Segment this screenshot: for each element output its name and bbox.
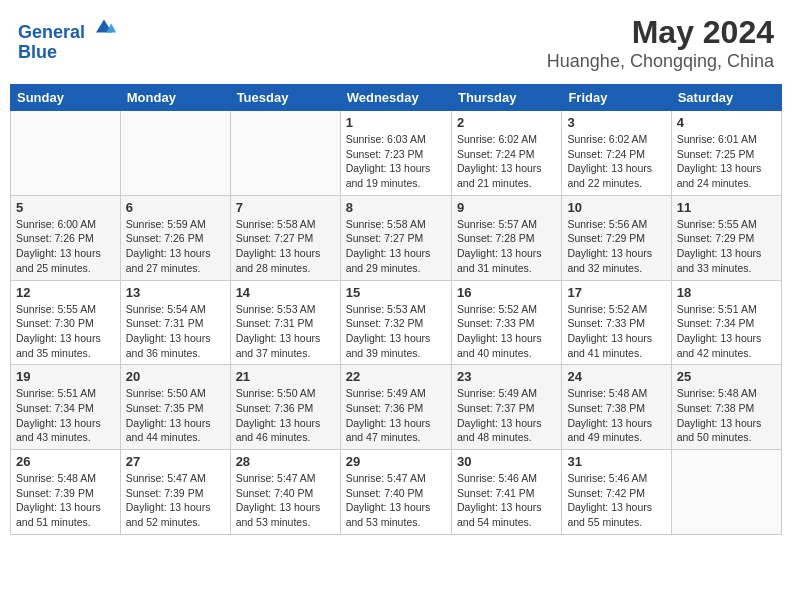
day-number: 26: [16, 454, 115, 469]
location-title: Huanghe, Chongqing, China: [547, 51, 774, 72]
calendar-cell: 24Sunrise: 5:48 AMSunset: 7:38 PMDayligh…: [562, 365, 671, 450]
day-number: 20: [126, 369, 225, 384]
calendar-cell: 25Sunrise: 5:48 AMSunset: 7:38 PMDayligh…: [671, 365, 781, 450]
weekday-header-sunday: Sunday: [11, 85, 121, 111]
calendar-cell: 5Sunrise: 6:00 AMSunset: 7:26 PMDaylight…: [11, 195, 121, 280]
calendar-cell: 30Sunrise: 5:46 AMSunset: 7:41 PMDayligh…: [451, 450, 561, 535]
day-number: 6: [126, 200, 225, 215]
day-info: Sunrise: 5:49 AMSunset: 7:37 PMDaylight:…: [457, 386, 556, 445]
day-info: Sunrise: 5:52 AMSunset: 7:33 PMDaylight:…: [457, 302, 556, 361]
calendar-week-row: 5Sunrise: 6:00 AMSunset: 7:26 PMDaylight…: [11, 195, 782, 280]
calendar-table: SundayMondayTuesdayWednesdayThursdayFrid…: [10, 84, 782, 535]
logo-icon: [92, 14, 116, 38]
calendar-cell: 14Sunrise: 5:53 AMSunset: 7:31 PMDayligh…: [230, 280, 340, 365]
day-number: 25: [677, 369, 776, 384]
calendar-cell: 23Sunrise: 5:49 AMSunset: 7:37 PMDayligh…: [451, 365, 561, 450]
day-info: Sunrise: 6:02 AMSunset: 7:24 PMDaylight:…: [567, 132, 665, 191]
day-number: 1: [346, 115, 446, 130]
calendar-cell: 28Sunrise: 5:47 AMSunset: 7:40 PMDayligh…: [230, 450, 340, 535]
day-info: Sunrise: 5:49 AMSunset: 7:36 PMDaylight:…: [346, 386, 446, 445]
calendar-cell: 1Sunrise: 6:03 AMSunset: 7:23 PMDaylight…: [340, 111, 451, 196]
calendar-week-row: 19Sunrise: 5:51 AMSunset: 7:34 PMDayligh…: [11, 365, 782, 450]
day-number: 24: [567, 369, 665, 384]
calendar-cell: 27Sunrise: 5:47 AMSunset: 7:39 PMDayligh…: [120, 450, 230, 535]
logo-text: General: [18, 14, 116, 43]
day-number: 3: [567, 115, 665, 130]
day-info: Sunrise: 5:52 AMSunset: 7:33 PMDaylight:…: [567, 302, 665, 361]
day-info: Sunrise: 5:46 AMSunset: 7:41 PMDaylight:…: [457, 471, 556, 530]
calendar-cell: 2Sunrise: 6:02 AMSunset: 7:24 PMDaylight…: [451, 111, 561, 196]
day-info: Sunrise: 5:58 AMSunset: 7:27 PMDaylight:…: [236, 217, 335, 276]
day-info: Sunrise: 5:48 AMSunset: 7:39 PMDaylight:…: [16, 471, 115, 530]
day-number: 27: [126, 454, 225, 469]
calendar-cell: 21Sunrise: 5:50 AMSunset: 7:36 PMDayligh…: [230, 365, 340, 450]
day-number: 19: [16, 369, 115, 384]
calendar-cell: 11Sunrise: 5:55 AMSunset: 7:29 PMDayligh…: [671, 195, 781, 280]
day-info: Sunrise: 5:48 AMSunset: 7:38 PMDaylight:…: [567, 386, 665, 445]
day-number: 12: [16, 285, 115, 300]
calendar-cell: [11, 111, 121, 196]
calendar-cell: 4Sunrise: 6:01 AMSunset: 7:25 PMDaylight…: [671, 111, 781, 196]
day-number: 10: [567, 200, 665, 215]
day-number: 4: [677, 115, 776, 130]
day-number: 8: [346, 200, 446, 215]
day-number: 21: [236, 369, 335, 384]
day-info: Sunrise: 5:55 AMSunset: 7:29 PMDaylight:…: [677, 217, 776, 276]
day-number: 23: [457, 369, 556, 384]
day-info: Sunrise: 6:00 AMSunset: 7:26 PMDaylight:…: [16, 217, 115, 276]
weekday-header-tuesday: Tuesday: [230, 85, 340, 111]
day-number: 18: [677, 285, 776, 300]
calendar-week-row: 26Sunrise: 5:48 AMSunset: 7:39 PMDayligh…: [11, 450, 782, 535]
day-number: 29: [346, 454, 446, 469]
day-info: Sunrise: 5:47 AMSunset: 7:40 PMDaylight:…: [346, 471, 446, 530]
calendar-cell: 29Sunrise: 5:47 AMSunset: 7:40 PMDayligh…: [340, 450, 451, 535]
day-number: 17: [567, 285, 665, 300]
day-info: Sunrise: 5:48 AMSunset: 7:38 PMDaylight:…: [677, 386, 776, 445]
day-number: 22: [346, 369, 446, 384]
weekday-header-thursday: Thursday: [451, 85, 561, 111]
day-info: Sunrise: 5:46 AMSunset: 7:42 PMDaylight:…: [567, 471, 665, 530]
calendar-cell: 9Sunrise: 5:57 AMSunset: 7:28 PMDaylight…: [451, 195, 561, 280]
day-number: 9: [457, 200, 556, 215]
day-info: Sunrise: 5:53 AMSunset: 7:31 PMDaylight:…: [236, 302, 335, 361]
calendar-cell: [230, 111, 340, 196]
calendar-cell: 16Sunrise: 5:52 AMSunset: 7:33 PMDayligh…: [451, 280, 561, 365]
day-number: 30: [457, 454, 556, 469]
calendar-cell: 20Sunrise: 5:50 AMSunset: 7:35 PMDayligh…: [120, 365, 230, 450]
calendar-cell: [671, 450, 781, 535]
title-block: May 2024 Huanghe, Chongqing, China: [547, 14, 774, 72]
weekday-header-saturday: Saturday: [671, 85, 781, 111]
calendar-cell: 13Sunrise: 5:54 AMSunset: 7:31 PMDayligh…: [120, 280, 230, 365]
calendar-cell: 7Sunrise: 5:58 AMSunset: 7:27 PMDaylight…: [230, 195, 340, 280]
day-info: Sunrise: 5:57 AMSunset: 7:28 PMDaylight:…: [457, 217, 556, 276]
day-info: Sunrise: 6:02 AMSunset: 7:24 PMDaylight:…: [457, 132, 556, 191]
logo: General Blue: [18, 14, 116, 63]
day-info: Sunrise: 5:53 AMSunset: 7:32 PMDaylight:…: [346, 302, 446, 361]
day-info: Sunrise: 5:47 AMSunset: 7:39 PMDaylight:…: [126, 471, 225, 530]
calendar-week-row: 1Sunrise: 6:03 AMSunset: 7:23 PMDaylight…: [11, 111, 782, 196]
day-info: Sunrise: 5:55 AMSunset: 7:30 PMDaylight:…: [16, 302, 115, 361]
day-info: Sunrise: 6:03 AMSunset: 7:23 PMDaylight:…: [346, 132, 446, 191]
calendar-cell: 8Sunrise: 5:58 AMSunset: 7:27 PMDaylight…: [340, 195, 451, 280]
day-info: Sunrise: 5:54 AMSunset: 7:31 PMDaylight:…: [126, 302, 225, 361]
month-title: May 2024: [547, 14, 774, 51]
day-number: 28: [236, 454, 335, 469]
calendar-cell: 10Sunrise: 5:56 AMSunset: 7:29 PMDayligh…: [562, 195, 671, 280]
calendar-cell: 26Sunrise: 5:48 AMSunset: 7:39 PMDayligh…: [11, 450, 121, 535]
day-info: Sunrise: 5:50 AMSunset: 7:36 PMDaylight:…: [236, 386, 335, 445]
day-number: 7: [236, 200, 335, 215]
weekday-header-friday: Friday: [562, 85, 671, 111]
weekday-header-monday: Monday: [120, 85, 230, 111]
calendar-cell: [120, 111, 230, 196]
calendar-cell: 18Sunrise: 5:51 AMSunset: 7:34 PMDayligh…: [671, 280, 781, 365]
day-info: Sunrise: 5:47 AMSunset: 7:40 PMDaylight:…: [236, 471, 335, 530]
day-number: 14: [236, 285, 335, 300]
calendar-cell: 15Sunrise: 5:53 AMSunset: 7:32 PMDayligh…: [340, 280, 451, 365]
day-info: Sunrise: 5:56 AMSunset: 7:29 PMDaylight:…: [567, 217, 665, 276]
weekday-header-row: SundayMondayTuesdayWednesdayThursdayFrid…: [11, 85, 782, 111]
calendar-cell: 12Sunrise: 5:55 AMSunset: 7:30 PMDayligh…: [11, 280, 121, 365]
calendar-cell: 22Sunrise: 5:49 AMSunset: 7:36 PMDayligh…: [340, 365, 451, 450]
day-info: Sunrise: 6:01 AMSunset: 7:25 PMDaylight:…: [677, 132, 776, 191]
page-header: General Blue May 2024 Huanghe, Chongqing…: [10, 10, 782, 76]
day-info: Sunrise: 5:51 AMSunset: 7:34 PMDaylight:…: [16, 386, 115, 445]
